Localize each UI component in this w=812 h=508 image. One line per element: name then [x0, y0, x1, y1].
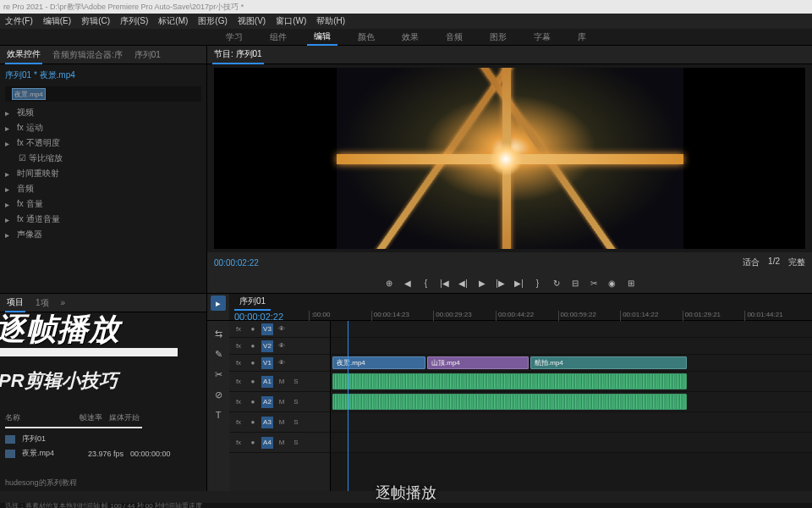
track-header-v3[interactable]: fx●V3👁 [229, 321, 330, 338]
go-in-button[interactable]: { [420, 276, 433, 290]
settings-button[interactable]: ⊞ [624, 276, 638, 290]
menu-edit[interactable]: 编辑(E) [43, 15, 71, 27]
program-zoom[interactable]: 1/2 [768, 257, 780, 268]
clip-v1-b[interactable]: 山顶.mp4 [427, 356, 529, 369]
fx-channel-volume[interactable]: ▸fx 通道音量 [5, 212, 201, 227]
clip-a1[interactable] [332, 373, 687, 389]
project-column-headers: 名称 帧速率 媒体开始 [5, 411, 201, 425]
play-button[interactable]: ▶ [475, 276, 489, 290]
overlay-title: 逐帧播放 [0, 309, 120, 351]
project-item-clip[interactable]: 夜景.mp4 23.976 fps 00:00:00:00 [5, 446, 201, 461]
workspace-assembly[interactable]: 组件 [263, 30, 294, 45]
clip-a2[interactable] [332, 394, 687, 410]
add-marker-button[interactable]: ⊕ [382, 276, 396, 290]
tab-overflow[interactable]: » [59, 295, 68, 310]
effect-clip-header: 序列01 * 夜景.mp4 [5, 69, 201, 81]
tab-metadata[interactable]: 序列01 [133, 47, 162, 64]
overlay-divider [0, 348, 178, 356]
playhead[interactable] [348, 321, 348, 491]
tab-audio-mixer[interactable]: 音频剪辑混合器:序 [51, 47, 124, 64]
mark-in-button[interactable]: ◀ [401, 276, 414, 290]
frame-forward-button[interactable]: |▶ [494, 276, 508, 290]
frame-back-button[interactable]: ◀| [457, 276, 470, 290]
window-title: re Pro 2021 - D:\pr教学\Adobe Premiere Pro… [3, 2, 244, 13]
track-header-v1[interactable]: fx●V1👁 [229, 355, 330, 372]
track-header-a2[interactable]: fx●A2MS [229, 392, 330, 412]
project-content: 名称 帧速率 媒体开始 序列01 夜景.mp4 23.976 fps 00:00… [0, 406, 206, 494]
workspace-audio[interactable]: 音频 [439, 30, 469, 45]
menu-sequence[interactable]: 序列(S) [120, 15, 148, 27]
menu-markers[interactable]: 标记(M) [158, 15, 188, 27]
fx-uniform-scale[interactable]: ☑ 等比缩放 [5, 151, 201, 166]
menu-help[interactable]: 帮助(H) [316, 15, 345, 27]
tracks-area[interactable]: 夜景.mp4 山顶.mp4 航拍.mp4 [331, 321, 812, 491]
clip-v1-c[interactable]: 航拍.mp4 [530, 356, 687, 369]
workspace-effects[interactable]: 效果 [395, 30, 425, 45]
export-frame-button[interactable]: ◉ [606, 276, 619, 290]
lane-v2[interactable] [331, 338, 812, 355]
fx-panner[interactable]: ▸声像器 [5, 227, 201, 242]
timeline-toolbar: ▸ [207, 294, 229, 320]
effect-mini-timeline[interactable]: 夜景.mp4 [5, 86, 201, 102]
ripple-tool[interactable]: ✎ [211, 346, 226, 362]
workspace-captions[interactable]: 字幕 [527, 30, 557, 45]
mini-clip-thumb: 夜景.mp4 [12, 88, 46, 100]
step-back-button[interactable]: |◀ [438, 276, 452, 290]
edit-tools: ⇆ ✎ ✂ ⊘ T [207, 321, 229, 491]
track-header-a3[interactable]: fx●A3MS [229, 412, 330, 433]
project-item-sequence[interactable]: 序列01 [5, 432, 201, 446]
tab-program[interactable]: 节目: 序列01 [212, 46, 264, 64]
program-timecode-current[interactable]: 00:00:02:22 [214, 258, 259, 268]
type-tool[interactable]: T [211, 407, 226, 422]
timeline-body: ⇆ ✎ ✂ ⊘ T fx●V3👁 fx●V2👁 fx●V1👁 fx●A1MS f… [207, 321, 812, 491]
selection-tool[interactable]: ▸ [211, 295, 226, 311]
lane-a4[interactable] [331, 433, 812, 453]
track-header-a4[interactable]: fx●A4MS [229, 433, 330, 453]
lane-a3[interactable] [331, 412, 812, 433]
menu-bar: 文件(F) 编辑(E) 剪辑(C) 序列(S) 标记(M) 图形(G) 视图(V… [0, 14, 812, 29]
fx-opacity[interactable]: ▸fx 不透明度 [5, 135, 201, 151]
tab-effect-controls[interactable]: 效果控件 [5, 46, 42, 64]
fx-time-remap[interactable]: ▸时间重映射 [5, 166, 201, 181]
workspace-libraries[interactable]: 库 [571, 30, 593, 45]
clip-reference: 序列01 * 夜景.mp4 [5, 69, 75, 81]
lane-a1[interactable] [331, 372, 812, 392]
workspace-color[interactable]: 颜色 [351, 30, 381, 45]
workspace-editing[interactable]: 编辑 [307, 29, 337, 46]
menu-file[interactable]: 文件(F) [5, 15, 33, 27]
program-quality[interactable]: 完整 [788, 257, 805, 268]
workspace-learn[interactable]: 学习 [219, 30, 250, 45]
effect-controls-body: 序列01 * 夜景.mp4 夜景.mp4 ▸视频 ▸fx 运动 ▸fx 不透明度… [0, 64, 206, 293]
workspace-graphics[interactable]: 图形 [483, 30, 513, 45]
lane-a2[interactable] [331, 392, 812, 412]
menu-view[interactable]: 视图(V) [238, 15, 266, 27]
lane-v1[interactable]: 夜景.mp4 山顶.mp4 航拍.mp4 [331, 355, 812, 372]
workspace-bar: 学习 组件 编辑 颜色 效果 音频 图形 字幕 库 [0, 29, 812, 46]
fx-volume[interactable]: ▸fx 音量 [5, 196, 201, 212]
track-header-a1[interactable]: fx●A1MS [229, 372, 330, 392]
menu-clip[interactable]: 剪辑(C) [81, 15, 110, 27]
fx-motion[interactable]: ▸fx 运动 [5, 120, 201, 135]
effect-controls-panel: 效果控件 音频剪辑混合器:序 序列01 序列01 * 夜景.mp4 夜景.mp4… [0, 46, 207, 293]
timeline-sequence-tab[interactable]: 序列01 [234, 294, 271, 311]
lane-v3[interactable] [331, 321, 812, 338]
timeline-panel: ▸ 序列01 00:00:02:22 :00:00 00:00:14:23 00… [207, 294, 812, 491]
go-out-button[interactable]: } [531, 276, 545, 290]
lift-button[interactable]: ⊟ [568, 276, 582, 290]
program-monitor[interactable] [214, 68, 805, 249]
clip-v1-a[interactable]: 夜景.mp4 [332, 356, 425, 369]
track-header-v2[interactable]: fx●V2👁 [229, 338, 330, 355]
extract-button[interactable]: ✂ [587, 276, 601, 290]
project-footer: hudesong的系列教程 [5, 478, 201, 489]
menu-graphics[interactable]: 图形(G) [198, 15, 227, 27]
track-select-tool[interactable]: ⇆ [211, 326, 226, 341]
video-subtitle: 逐帧播放 [376, 483, 436, 503]
loop-button[interactable]: ↻ [550, 276, 563, 290]
menu-window[interactable]: 窗口(W) [276, 15, 306, 27]
program-fit[interactable]: 适合 [743, 257, 760, 268]
fx-group-audio: ▸音频 [5, 181, 201, 196]
step-forward-button[interactable]: ▶| [513, 276, 526, 290]
razor-tool[interactable]: ✂ [211, 367, 226, 382]
slip-tool[interactable]: ⊘ [211, 387, 226, 402]
sequence-icon [5, 435, 15, 444]
